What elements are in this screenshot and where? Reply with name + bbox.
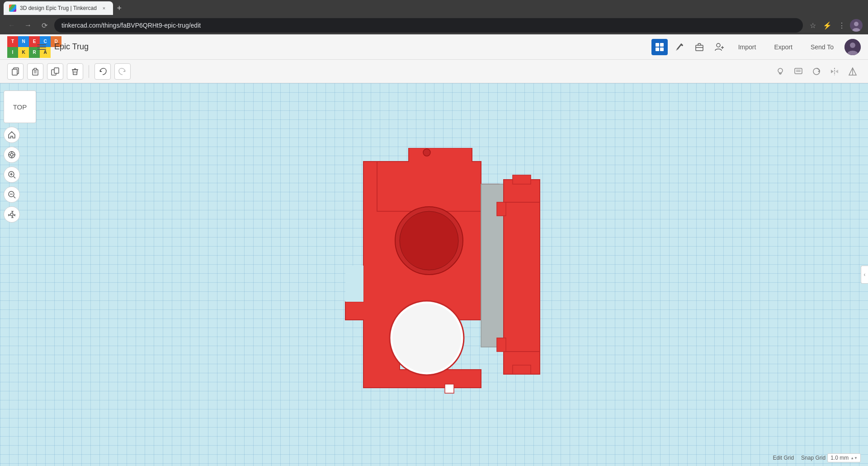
snap-grid-label: Snap Grid [801, 455, 826, 461]
bottom-info: Edit Grid Snap Grid 1.0 mm ▲▼ [773, 453, 861, 462]
mirror-icon[interactable] [826, 63, 843, 80]
top-toolbar: T I N K E R C A D Epic Trug [0, 34, 868, 60]
browser-tab[interactable]: 3D design Epic Trug | Tinkercad × [4, 1, 113, 15]
zoom-out-icon [8, 190, 16, 199]
logo-N: N [18, 36, 29, 47]
logo-K: K [18, 47, 29, 58]
reload-button[interactable]: ⟳ [38, 19, 51, 32]
svg-marker-27 [123, 70, 125, 72]
user-profile-avatar[interactable] [844, 39, 861, 55]
svg-rect-60 [345, 266, 363, 302]
fit-view-button[interactable] [4, 147, 20, 163]
briefcase-icon [695, 43, 704, 52]
svg-rect-3 [656, 43, 659, 47]
delete-button[interactable] [67, 63, 83, 80]
transform-button[interactable] [4, 206, 20, 223]
grid-icon [655, 43, 664, 52]
triangle-icon [848, 67, 857, 76]
person-add-icon [715, 43, 724, 52]
svg-rect-64 [513, 175, 531, 184]
svg-point-41 [10, 153, 13, 156]
snap-value-display[interactable]: 1.0 mm ▲▼ [827, 453, 861, 462]
svg-point-54 [423, 149, 430, 156]
svg-point-56 [400, 211, 458, 270]
paste-button[interactable] [27, 63, 43, 80]
add-person-button[interactable] [711, 39, 727, 55]
snap-arrows: ▲▼ [850, 456, 858, 460]
duplicate-button[interactable] [47, 63, 63, 80]
user-avatar-image [844, 39, 861, 55]
rotation-icon [812, 67, 821, 76]
copy-icon [11, 67, 19, 76]
menu-line-1 [37, 44, 46, 45]
menu-icon[interactable] [34, 40, 49, 54]
redo-button[interactable] [114, 63, 131, 80]
svg-rect-5 [656, 48, 659, 51]
send-to-button[interactable]: Send To [803, 41, 841, 53]
briefcase-button[interactable] [691, 39, 708, 55]
tools-button[interactable] [671, 39, 688, 55]
home-view-button[interactable] [4, 127, 20, 143]
svg-rect-62 [504, 193, 540, 356]
lightbulb-icon [776, 67, 785, 76]
edit-toolbar [0, 60, 868, 83]
tab-close-button[interactable]: × [100, 5, 108, 12]
scene-container [0, 83, 868, 466]
view-label[interactable]: TOP [4, 90, 36, 123]
comment-icon [794, 67, 803, 76]
shape-icon[interactable] [844, 63, 861, 80]
delete-icon [71, 67, 79, 76]
more-icon[interactable]: ⋮ [835, 19, 848, 32]
paste-icon [31, 67, 39, 76]
svg-point-53 [10, 213, 13, 216]
canvas-area[interactable]: TOP [0, 83, 868, 466]
forward-button[interactable]: → [22, 19, 34, 32]
svg-rect-7 [696, 45, 703, 51]
right-panel-toggle[interactable]: ‹ [861, 266, 868, 284]
align-icon[interactable] [808, 63, 825, 80]
svg-line-52 [14, 196, 15, 198]
extensions-icon[interactable]: ⚡ [821, 19, 834, 32]
snap-value-text: 1.0 mm [830, 455, 849, 461]
undo-icon [99, 67, 107, 76]
svg-rect-30 [795, 68, 802, 74]
profile-icon [850, 19, 863, 32]
profile-avatar[interactable] [850, 19, 863, 32]
new-tab-button[interactable]: + [113, 2, 126, 14]
address-input[interactable] [54, 18, 803, 33]
tinkercad-logo[interactable]: T I N K E R C A D [7, 36, 29, 58]
toolbar-separator-1 [89, 65, 89, 78]
zoom-out-button[interactable] [4, 186, 20, 203]
undo-button[interactable] [94, 63, 111, 80]
logo-T: T [7, 36, 18, 47]
secondary-piece [497, 175, 540, 374]
zoom-in-button[interactable] [4, 166, 20, 183]
import-button[interactable]: Import [731, 41, 764, 53]
bookmark-icon[interactable]: ☆ [807, 19, 819, 32]
zoom-in-icon [8, 171, 16, 179]
left-sidebar: TOP [4, 90, 36, 223]
flip-icon [830, 67, 839, 76]
app-shell: T I N K E R C A D Epic Trug [0, 34, 868, 466]
tab-favicon [9, 5, 16, 12]
note-icon[interactable] [790, 63, 807, 80]
back-button[interactable]: ← [5, 19, 18, 32]
svg-rect-67 [497, 202, 506, 216]
svg-marker-36 [831, 70, 834, 73]
3d-object-svg [336, 148, 580, 401]
toolbar-tools [772, 63, 861, 80]
tab-title: 3D design Epic Trug | Tinkercad [20, 5, 97, 11]
svg-rect-22 [54, 68, 59, 73]
address-bar: ← → ⟳ ☆ ⚡ ⋮ [0, 16, 868, 34]
home-icon [8, 131, 16, 139]
view-label-text: TOP [13, 103, 27, 111]
hammer-icon [675, 43, 684, 52]
copy-button[interactable] [7, 63, 24, 80]
edit-grid-label[interactable]: Edit Grid [773, 455, 794, 461]
light-icon[interactable] [772, 63, 788, 80]
grid-view-button[interactable] [651, 39, 668, 55]
export-button[interactable]: Export [767, 41, 799, 53]
svg-marker-34 [818, 70, 820, 72]
project-name: Epic Trug [54, 42, 89, 52]
svg-point-9 [717, 43, 720, 47]
